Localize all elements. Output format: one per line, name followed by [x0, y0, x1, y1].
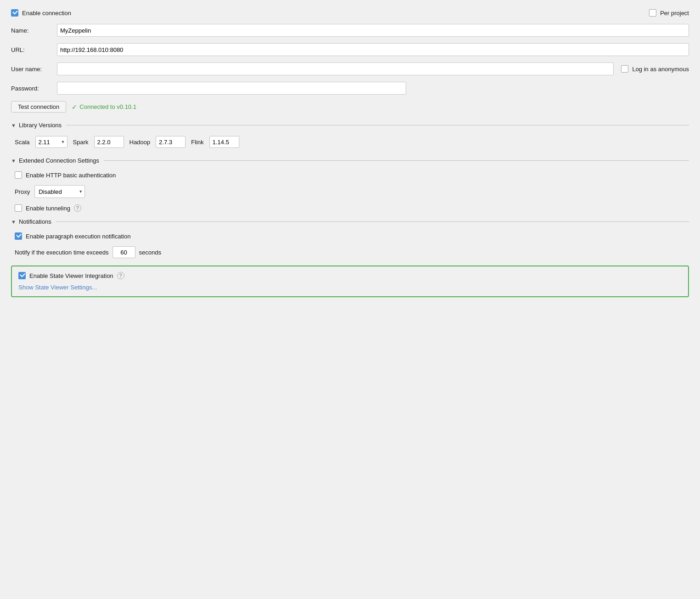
- proxy-label: Proxy: [15, 188, 30, 195]
- notify-seconds-input[interactable]: [113, 246, 135, 258]
- flink-input[interactable]: [209, 136, 239, 148]
- state-viewer-label: Enable State Viewer Integration: [29, 272, 113, 279]
- proxy-row: Proxy Disabled HTTP SOCKS: [11, 185, 689, 198]
- spark-input[interactable]: [94, 136, 124, 148]
- notify-prefix: Notify if the execution time exceeds: [15, 249, 109, 256]
- top-row: Enable connection Per project: [11, 9, 689, 17]
- tunneling-row: Enable tunneling ?: [11, 204, 689, 212]
- username-input[interactable]: [57, 62, 614, 75]
- enable-connection-checkbox[interactable]: [11, 9, 18, 17]
- enable-connection-group: Enable connection: [11, 9, 71, 17]
- execution-notification-checkbox[interactable]: [15, 232, 22, 240]
- connection-status: ✓ Connected to v0.10.1: [72, 103, 136, 111]
- library-versions-row: Scala 2.11 2.12 2.13 Spark Hadoop Flink: [11, 136, 689, 148]
- notify-time-row: Notify if the execution time exceeds sec…: [11, 246, 689, 258]
- spark-label: Spark: [73, 139, 89, 146]
- state-viewer-box: Enable State Viewer Integration ? Show S…: [11, 266, 689, 297]
- per-project-checkbox[interactable]: [649, 9, 656, 17]
- tunneling-checkbox[interactable]: [15, 204, 22, 212]
- show-state-viewer-settings-link[interactable]: Show State Viewer Settings...: [18, 284, 97, 291]
- notify-suffix: seconds: [139, 249, 161, 256]
- library-versions-title: Library Versions: [19, 122, 62, 129]
- state-viewer-checkbox[interactable]: [18, 272, 26, 279]
- username-row: User name: Log in as anonymous: [11, 62, 689, 75]
- name-label: Name:: [11, 27, 57, 34]
- extended-arrow[interactable]: ▼: [11, 158, 16, 164]
- url-label: URL:: [11, 46, 57, 53]
- anonymous-checkbox[interactable]: [621, 65, 628, 73]
- check-icon: ✓: [72, 103, 77, 111]
- scala-label: Scala: [15, 139, 30, 146]
- library-versions-divider: [66, 125, 689, 125]
- execution-notification-label: Enable paragraph execution notification: [26, 233, 130, 240]
- url-row: URL:: [11, 43, 689, 56]
- tunneling-label: Enable tunneling: [26, 205, 70, 212]
- tunneling-help-icon[interactable]: ?: [74, 204, 81, 212]
- proxy-select[interactable]: Disabled HTTP SOCKS: [34, 185, 85, 198]
- url-input[interactable]: [57, 43, 689, 56]
- name-row: Name:: [11, 24, 689, 37]
- library-versions-section-header: ▼ Library Versions: [11, 122, 689, 129]
- notifications-arrow[interactable]: ▼: [11, 219, 16, 225]
- password-row: Password:: [11, 82, 689, 95]
- proxy-select-wrapper: Disabled HTTP SOCKS: [34, 185, 85, 198]
- extended-section-header: ▼ Extended Connection Settings: [11, 157, 689, 164]
- hadoop-label: Hadoop: [130, 139, 151, 146]
- extended-title: Extended Connection Settings: [19, 157, 99, 164]
- http-auth-label: Enable HTTP basic authentication: [26, 172, 116, 179]
- http-auth-checkbox[interactable]: [15, 171, 22, 179]
- username-label: User name:: [11, 66, 57, 73]
- per-project-group: Per project: [649, 9, 689, 17]
- settings-panel: Enable connection Per project Name: URL:…: [0, 0, 700, 306]
- flink-label: Flink: [191, 139, 203, 146]
- name-input[interactable]: [57, 24, 689, 37]
- notifications-divider: [56, 221, 689, 222]
- password-input[interactable]: [57, 82, 406, 95]
- enable-connection-label: Enable connection: [22, 10, 71, 17]
- per-project-label: Per project: [660, 10, 689, 17]
- password-label: Password:: [11, 85, 57, 92]
- anonymous-label: Log in as anonymous: [632, 66, 689, 73]
- state-viewer-help-icon[interactable]: ?: [117, 272, 124, 279]
- extended-divider: [104, 160, 689, 161]
- notifications-section: ▼ Notifications Enable paragraph executi…: [11, 218, 689, 258]
- anonymous-group: Log in as anonymous: [621, 65, 689, 73]
- extended-section: Enable HTTP basic authentication Proxy D…: [11, 171, 689, 212]
- test-connection-row: Test connection ✓ Connected to v0.10.1: [11, 101, 689, 113]
- scala-select[interactable]: 2.11 2.12 2.13: [35, 136, 68, 148]
- library-versions-arrow[interactable]: ▼: [11, 123, 16, 128]
- notifications-section-header: ▼ Notifications: [11, 218, 689, 225]
- scala-select-wrapper: 2.11 2.12 2.13: [35, 136, 68, 148]
- http-auth-row: Enable HTTP basic authentication: [11, 171, 689, 179]
- connected-text: Connected to v0.10.1: [79, 103, 136, 110]
- test-connection-button[interactable]: Test connection: [11, 101, 66, 113]
- state-viewer-row: Enable State Viewer Integration ?: [18, 272, 682, 279]
- hadoop-input[interactable]: [156, 136, 186, 148]
- execution-notification-row: Enable paragraph execution notification: [11, 232, 689, 240]
- notifications-title: Notifications: [19, 218, 51, 225]
